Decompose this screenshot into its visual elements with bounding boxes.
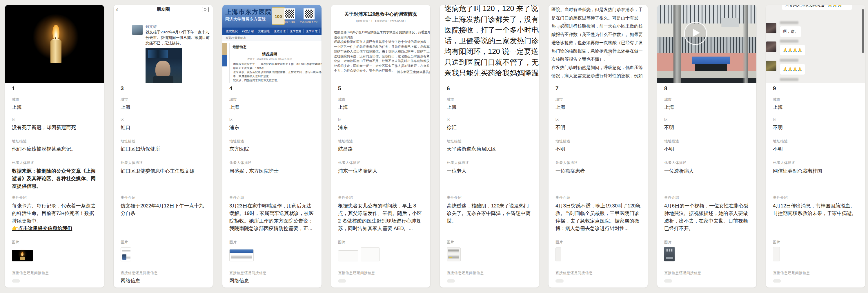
qr-label: 患者移动服务平台	[299, 21, 319, 24]
field-label-image: 图片	[556, 240, 641, 245]
report-line: 送往医院的考虑，没有同意出借。应该指出，这名医生当时虽然有紧	[334, 54, 430, 59]
blue-awning	[692, 57, 730, 64]
card-5[interactable]: 关于对浦东120急救中心的调查情况 【信息来源：】【信息时间：2022-03-3…	[331, 5, 431, 288]
field-label-image: 图片	[229, 240, 315, 245]
field-label-event: 事件介绍	[12, 195, 97, 200]
card-number: 7	[556, 85, 641, 92]
card-9[interactable]: 只有其女儿眼见其病逝...🙏🙏🙏 啊，这。 🙏🙏🙏🙏 🙏🙏🙏🙏 9 城市 上海 …	[766, 5, 865, 288]
field-label-source: 直接信息还是间接信息	[556, 271, 641, 275]
website-thumbnail[interactable]	[229, 249, 254, 261]
card-4[interactable]: 上海市东方医院 同济大学附属东方医院 100 微信二维码 患者移动服务平台 医院…	[222, 5, 322, 288]
moments-thumbnail[interactable]	[121, 247, 131, 261]
card-6[interactable]: 迷病危了叫 120，120 来了说 全上海发热门诊都关了，没有 医院接收，打了一…	[439, 5, 539, 288]
card-number: 5	[338, 85, 423, 92]
ledge	[657, 71, 756, 78]
window-band	[657, 5, 756, 24]
field-value-deceased: 浦东一位哮喘病人	[338, 167, 423, 175]
video-thumbnail[interactable]	[664, 247, 675, 261]
text-line: 只送到医院门口就不管了，无	[444, 57, 539, 67]
field-value-district: 虹口	[121, 124, 206, 131]
field-value-deceased: 数据来源：被删除的公众号文章《上海逝者》及其评论区、各种社交媒体、网友提供信息。	[12, 167, 97, 190]
report-title: 关于对浦东120急救中心的调查情况	[331, 11, 430, 18]
submit-info-link[interactable]: 👉点击这里提交信息给我们	[12, 225, 97, 232]
moments-post-text: 钱文雄于2022年4月12日下午一点十九分去世。疫情期间一切从简。家属目前悲痛不…	[146, 29, 212, 46]
chat-thumbnail[interactable]	[447, 247, 461, 261]
card-8[interactable]: 8 城市 上海 区 不明 地址描述 不明 死者大体描述 一位透析病人 事件介绍 …	[657, 5, 757, 288]
card-number: 4	[229, 85, 315, 92]
chat-bubble: 🙏🙏🙏🙏	[780, 64, 805, 75]
field-value-district: 徐汇	[447, 124, 532, 131]
field-label-image: 图片	[773, 240, 858, 245]
avatar	[132, 25, 143, 35]
field-value-district: 不明	[556, 124, 641, 131]
chat-thumbnail[interactable]	[773, 247, 780, 261]
card-number: 8	[664, 85, 749, 92]
sidebar-block	[222, 55, 227, 66]
field-value-deceased: 网信证券副总裁韦桂国	[773, 167, 858, 175]
field-value-event: 钱文雄于2022年4月12日下午一点十九分自杀	[121, 202, 206, 217]
document-thumbnail[interactable]	[361, 247, 380, 261]
field-label-address: 地址描述	[773, 139, 858, 144]
report-line: 一小区另一住户的急症患者急救的任务，且急症患者已上车，急救车	[334, 45, 430, 49]
field-value-city: 上海	[447, 104, 532, 111]
article-body: 周盛妮为我院护士，一直在院内从事护理相关工作。3月23日在家中哮喘发作，用药后无…	[233, 62, 321, 83]
candle-thumbnail[interactable]	[12, 250, 33, 261]
field-value-city: 上海	[12, 104, 97, 111]
field-value-source: 网络信息	[229, 277, 315, 285]
image-thumbnails	[12, 247, 97, 261]
text-line: 迷病危了叫 120，120 来了说	[444, 5, 539, 14]
text-thumbnail[interactable]	[556, 247, 561, 261]
card-number: 6	[447, 85, 532, 92]
field-value-address: 不明	[556, 145, 641, 153]
article-box: 最新动态 情况说明 发表于：2022/3/25 2:46:48 有553人阅读 …	[229, 42, 321, 83]
field-value-district: 不明	[664, 124, 749, 131]
field-value-source	[556, 277, 641, 283]
card-number: 1	[12, 85, 97, 92]
site-nav: 医院概况 科室介绍 党建园地 医政管理 医学教育 医学研究 国际交流 护理风采 …	[222, 28, 321, 35]
body-line: 送来就诊。我院南院急诊部因疫情防控需要，正暂时关闭，进行环境采样和消毒，家属遂将…	[233, 70, 321, 78]
text-line: 奈我只能先买药给我妈妈降温,	[444, 67, 539, 78]
field-value-source	[338, 277, 423, 283]
screenshot-text: 迷病危了叫 120，120 来了说 全上海发热门诊都关了，没有 医院接收，打了一…	[444, 5, 539, 78]
divider	[122, 20, 213, 20]
field-value-source	[773, 277, 858, 283]
site-subtitle: 同济大学附属东方医院	[225, 17, 266, 22]
field-value-address: 虹口区妇幼保健所	[121, 145, 206, 153]
image-thumbnails	[664, 247, 749, 261]
card-number: 9	[773, 85, 858, 92]
report-line: 现场核酸检测的医务人员已奔赴其家中进行了数十分钟的紧急抢救，	[334, 39, 430, 45]
field-value-district: 没有死于新冠，却因新冠而死	[12, 124, 97, 131]
bottom-strip	[657, 78, 756, 83]
card-7[interactable]: 微博 微博 医院。当时有些低烧，但是发热门诊在消杀，于 是在门口的黑夜里等待了很…	[548, 5, 648, 288]
field-label-deceased: 死者大体描述	[338, 160, 423, 165]
card-3[interactable]: ‹ 朋友圈 钱文雄 钱文雄于2022年4月12日下午一点十九分去世。疫情期间一切…	[113, 5, 213, 288]
breadcrumb: 首页>>最新动态	[222, 35, 321, 41]
field-label-address: 地址描述	[556, 139, 641, 144]
wechat-moments-image: ‹ 朋友圈 钱文雄 钱文雄于2022年4月12日下午一点十九分去世。疫情期间一切…	[114, 5, 213, 83]
field-value-city: 上海	[556, 104, 641, 111]
field-label-deceased: 死者大体描述	[12, 160, 97, 165]
field-label-address: 地址描述	[229, 139, 315, 144]
image-thumbnails	[447, 247, 532, 261]
wechat-chat-image: 只有其女儿眼见其病逝...🙏🙏🙏 啊，这。 🙏🙏🙏🙏 🙏🙏🙏🙏	[766, 5, 865, 83]
chat-bubble: 🙏🙏🙏🙏	[780, 45, 805, 55]
field-label-district: 区	[121, 117, 206, 122]
image-thumbnails	[229, 247, 315, 261]
field-value-event: 高烧昏迷，核酸阴，120来了说发热门诊关了。无奈在家中降温，在昏迷中离世。	[447, 202, 532, 225]
field-label-deceased: 死者大体描述	[664, 160, 749, 165]
field-value-deceased: 一位癌症患者	[556, 167, 641, 175]
document-thumbnail[interactable]	[338, 251, 358, 261]
field-label-deceased: 死者大体描述	[229, 160, 315, 165]
field-label-district: 区	[556, 117, 641, 122]
field-value-event: 每张卡片、每行记录，代表着一条逝去的鲜活生命。目前有73+位死者！数据持续更新中…	[12, 202, 97, 232]
text-line: 全上海发热门诊都关了，没有	[444, 14, 539, 25]
screenshot-text: 医院。当时有些低烧，但是发热门诊在消杀，于 是在门口的黑夜里等待了很久。可是由于…	[551, 5, 643, 80]
image-thumbnails	[338, 247, 423, 261]
card-1[interactable]: 1 城市 上海 区 没有死于新冠，却因新冠而死 地址描述 他们不应该被漠视甚至忘…	[5, 5, 104, 288]
body-line: 院就诊，周盛妮同志因抢救无效去世。	[233, 78, 321, 82]
body-line: 周盛妮同志工作勤恳，任劳任怨，是一名优秀的白衣天使。周盛妮同志的不幸去世，是我院…	[233, 82, 321, 83]
pole	[674, 5, 681, 83]
moments-author: 钱文雄	[146, 24, 157, 29]
report-line: 悲痛，对急救医生由于经验不足、处置不当未能及时出借车载除颤仪	[334, 59, 430, 63]
report-body: 在航昌路376弄小区120急救医生未向求救患者施救的情况，我委立即连夜启动调查 …	[334, 30, 430, 73]
